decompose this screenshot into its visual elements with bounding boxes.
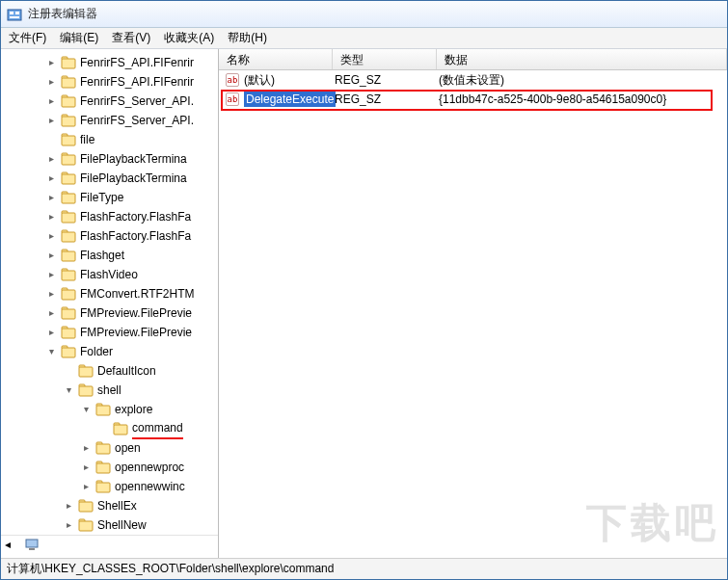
svg-rect-3 xyxy=(10,16,19,18)
col-data-header[interactable]: 数据 xyxy=(437,49,727,69)
expand-closed-icon[interactable]: ▸ xyxy=(45,95,57,107)
expand-closed-icon[interactable]: ▸ xyxy=(45,288,57,300)
folder-icon xyxy=(61,152,76,166)
expand-closed-icon[interactable]: ▸ xyxy=(80,461,92,473)
tree-item[interactable]: ▾Folder xyxy=(1,342,218,361)
folder-icon xyxy=(61,249,76,262)
col-type-header[interactable]: 类型 xyxy=(333,49,437,69)
menu-help[interactable]: 帮助(H) xyxy=(228,30,267,46)
expand-open-icon[interactable]: ▾ xyxy=(45,346,57,357)
value-row-delegateexecute[interactable]: ab DelegateExecute REG_SZ {11dbb47c-a525… xyxy=(219,90,727,109)
tree-item-label: FilePlaybackTermina xyxy=(80,149,187,169)
menu-view[interactable]: 查看(V) xyxy=(112,30,150,46)
menu-file[interactable]: 文件(F) xyxy=(9,30,46,46)
expand-closed-icon[interactable]: ▸ xyxy=(45,307,57,319)
value-data: {11dbb47c-a525-400b-9e80-a54615a090c0} xyxy=(439,92,727,106)
menu-favorites[interactable]: 收藏夹(A) xyxy=(164,30,214,46)
expand-closed-icon[interactable]: ▸ xyxy=(45,269,57,280)
tree-item[interactable]: ▸FMConvert.RTF2HTM xyxy=(1,284,218,303)
expand-closed-icon[interactable]: ▸ xyxy=(45,211,57,223)
svg-rect-7 xyxy=(62,78,75,88)
svg-rect-35 xyxy=(62,348,75,357)
expand-closed-icon[interactable]: ▸ xyxy=(45,250,57,261)
body: ▸FenrirFS_API.FIFenrir▸FenrirFS_API.FIFe… xyxy=(1,49,727,558)
titlebar[interactable]: 注册表编辑器 xyxy=(1,1,727,28)
svg-rect-41 xyxy=(96,406,110,415)
expand-closed-icon[interactable]: ▸ xyxy=(45,192,57,203)
value-name: (默认) xyxy=(244,73,275,87)
tree-item[interactable]: ▸FlashVideo xyxy=(1,265,218,284)
svg-rect-25 xyxy=(62,251,75,261)
tree-item-label: FenrirFS_API.FIFenrir xyxy=(80,53,194,72)
tree-item[interactable]: ▸FMPreview.FilePrevie xyxy=(1,303,218,323)
svg-rect-55 xyxy=(29,548,35,550)
folder-icon xyxy=(61,345,76,358)
statusbar-path: 计算机\HKEY_CLASSES_ROOT\Folder\shell\explo… xyxy=(7,561,334,577)
value-type: REG_SZ xyxy=(335,73,439,87)
tree-item[interactable]: ▸FenrirFS_API.FIFenrir xyxy=(1,53,218,72)
tree-item-label: explore xyxy=(115,400,152,419)
expand-closed-icon[interactable]: ▸ xyxy=(80,442,92,454)
tree-item-label: command xyxy=(132,418,183,439)
folder-icon xyxy=(95,441,111,455)
tree-item[interactable]: ▸opennewwinc xyxy=(1,477,218,496)
tree-item[interactable]: file xyxy=(1,130,218,149)
svg-rect-17 xyxy=(62,174,75,184)
tree-footer-arrow-icon: ◂ xyxy=(5,538,20,551)
expand-closed-icon[interactable]: ▸ xyxy=(45,172,57,184)
value-name: DelegateExecute xyxy=(244,92,336,107)
menubar: 文件(F) 编辑(E) 查看(V) 收藏夹(A) 帮助(H) xyxy=(1,28,727,49)
expand-closed-icon[interactable]: ▸ xyxy=(80,481,92,492)
tree-item-label: FlashVideo xyxy=(80,265,138,284)
tree-item[interactable]: ▸FilePlaybackTermina xyxy=(1,169,218,188)
computer-icon[interactable] xyxy=(24,538,40,551)
values-list[interactable]: ab (默认) REG_SZ (数值未设置) ab DelegateExecut… xyxy=(219,70,727,558)
tree-item[interactable]: ▾explore xyxy=(1,400,218,419)
tree-item[interactable]: ▸FileType xyxy=(1,188,218,207)
tree-item[interactable]: command xyxy=(1,419,218,438)
expand-closed-icon[interactable]: ▸ xyxy=(45,327,57,338)
tree-item-label: shell xyxy=(97,381,121,400)
tree-item[interactable]: ▸FlashFactory.FlashFa xyxy=(1,226,218,246)
tree-item-label: opennewproc xyxy=(115,458,184,477)
tree-item[interactable]: ▸open xyxy=(1,438,218,458)
tree-item[interactable]: ▸opennewproc xyxy=(1,458,218,477)
tree-pane[interactable]: ▸FenrirFS_API.FIFenrir▸FenrirFS_API.FIFe… xyxy=(1,49,219,558)
tree-item[interactable]: ▸FenrirFS_API.FIFenrir xyxy=(1,72,218,92)
string-value-icon: ab xyxy=(225,72,240,88)
folder-icon xyxy=(78,364,94,378)
folder-icon xyxy=(78,499,94,513)
expand-closed-icon[interactable]: ▸ xyxy=(63,519,74,531)
expand-closed-icon[interactable]: ▸ xyxy=(45,57,57,68)
tree-item-label: FMPreview.FilePrevie xyxy=(80,323,192,342)
value-row-default[interactable]: ab (默认) REG_SZ (数值未设置) xyxy=(219,70,727,90)
tree-item[interactable]: ▾shell xyxy=(1,381,218,400)
tree-item[interactable]: ▸FenrirFS_Server_API. xyxy=(1,92,218,111)
expand-closed-icon[interactable]: ▸ xyxy=(45,115,57,126)
tree-item[interactable]: ▸ShellEx xyxy=(1,496,218,515)
tree-item[interactable]: ▸ShellNew xyxy=(1,515,218,535)
menu-edit[interactable]: 编辑(E) xyxy=(60,30,98,46)
expand-closed-icon[interactable]: ▸ xyxy=(45,76,57,88)
tree-item[interactable]: ▸Flashget xyxy=(1,246,218,265)
expand-closed-icon[interactable]: ▸ xyxy=(45,153,57,165)
tree-item[interactable]: ▸FMPreview.FilePrevie xyxy=(1,323,218,342)
value-type: REG_SZ xyxy=(335,92,439,106)
tree-item[interactable]: DefaultIcon xyxy=(1,361,218,381)
expand-open-icon[interactable]: ▾ xyxy=(80,404,92,415)
tree-item[interactable]: ▸FilePlaybackTermina xyxy=(1,149,218,169)
svg-rect-37 xyxy=(79,367,93,377)
column-headers[interactable]: 名称 类型 数据 xyxy=(219,49,727,70)
tree-footer-icons: ◂ xyxy=(1,535,218,553)
col-name-header[interactable]: 名称 xyxy=(219,49,333,69)
tree-item[interactable]: ▸FenrirFS_Server_API. xyxy=(1,111,218,130)
folder-icon xyxy=(61,191,76,204)
svg-rect-53 xyxy=(79,521,93,531)
folder-icon xyxy=(61,114,76,127)
folder-icon xyxy=(95,461,111,474)
expand-closed-icon[interactable]: ▸ xyxy=(63,500,74,512)
expand-open-icon[interactable]: ▾ xyxy=(63,384,74,396)
tree-item[interactable]: ▸FlashFactory.FlashFa xyxy=(1,207,218,226)
expand-closed-icon[interactable]: ▸ xyxy=(45,230,57,242)
svg-rect-23 xyxy=(62,232,75,242)
